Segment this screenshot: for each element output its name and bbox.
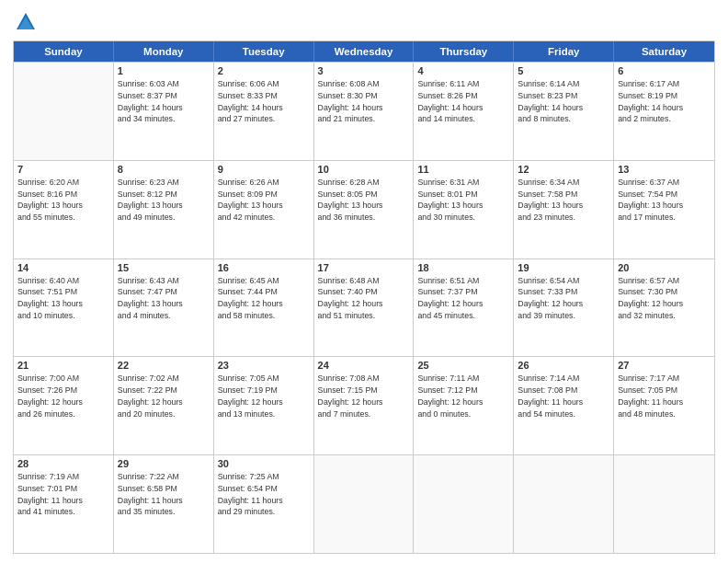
day-info: Sunrise: 6:08 AMSunset: 8:30 PMDaylight:…	[318, 78, 410, 125]
weekday-header-saturday: Saturday	[614, 41, 714, 62]
day-number: 30	[218, 458, 310, 469]
day-info: Sunrise: 7:08 AMSunset: 7:15 PMDaylight:…	[318, 373, 410, 419]
day-cell-empty	[614, 455, 714, 553]
day-info: Sunrise: 6:03 AMSunset: 8:37 PMDaylight:…	[118, 78, 210, 125]
day-cell-18: 18Sunrise: 6:51 AMSunset: 7:37 PMDayligh…	[414, 259, 514, 357]
day-number: 20	[618, 262, 711, 273]
weekday-header-thursday: Thursday	[414, 41, 514, 62]
day-number: 29	[118, 458, 210, 469]
day-info: Sunrise: 7:22 AMSunset: 6:58 PMDaylight:…	[118, 471, 210, 518]
day-cell-9: 9Sunrise: 6:26 AMSunset: 8:09 PMDaylight…	[214, 161, 314, 259]
day-cell-16: 16Sunrise: 6:45 AMSunset: 7:44 PMDayligh…	[214, 259, 314, 357]
logo-icon	[13, 9, 39, 35]
day-info: Sunrise: 6:11 AMSunset: 8:26 PMDaylight:…	[417, 78, 509, 125]
day-cell-21: 21Sunrise: 7:00 AMSunset: 7:26 PMDayligh…	[14, 357, 114, 454]
day-cell-12: 12Sunrise: 6:34 AMSunset: 7:58 PMDayligh…	[514, 161, 614, 259]
day-cell-15: 15Sunrise: 6:43 AMSunset: 7:47 PMDayligh…	[114, 259, 214, 357]
day-info: Sunrise: 6:28 AMSunset: 8:05 PMDaylight:…	[318, 177, 410, 224]
day-number: 2	[218, 65, 310, 76]
day-cell-19: 19Sunrise: 6:54 AMSunset: 7:33 PMDayligh…	[514, 259, 614, 357]
day-cell-23: 23Sunrise: 7:05 AMSunset: 7:19 PMDayligh…	[214, 357, 314, 454]
day-number: 26	[518, 360, 609, 371]
day-number: 28	[17, 458, 109, 469]
day-cell-5: 5Sunrise: 6:14 AMSunset: 8:23 PMDaylight…	[514, 63, 614, 160]
day-cell-22: 22Sunrise: 7:02 AMSunset: 7:22 PMDayligh…	[114, 357, 214, 454]
day-number: 8	[118, 164, 210, 175]
calendar-row-5: 28Sunrise: 7:19 AMSunset: 7:01 PMDayligh…	[14, 454, 714, 553]
day-number: 5	[518, 65, 609, 76]
day-number: 7	[17, 164, 109, 175]
day-number: 12	[518, 164, 609, 175]
day-info: Sunrise: 6:26 AMSunset: 8:09 PMDaylight:…	[218, 177, 310, 224]
day-cell-2: 2Sunrise: 6:06 AMSunset: 8:33 PMDaylight…	[214, 63, 314, 160]
day-number: 6	[618, 65, 711, 76]
day-cell-14: 14Sunrise: 6:40 AMSunset: 7:51 PMDayligh…	[14, 259, 114, 357]
day-cell-25: 25Sunrise: 7:11 AMSunset: 7:12 PMDayligh…	[414, 357, 514, 454]
calendar-row-4: 21Sunrise: 7:00 AMSunset: 7:26 PMDayligh…	[14, 356, 714, 454]
day-number: 25	[417, 360, 509, 371]
day-info: Sunrise: 7:00 AMSunset: 7:26 PMDaylight:…	[17, 373, 109, 419]
day-cell-11: 11Sunrise: 6:31 AMSunset: 8:01 PMDayligh…	[414, 161, 514, 259]
day-number: 10	[318, 164, 410, 175]
day-number: 19	[518, 262, 609, 273]
weekday-header-wednesday: Wednesday	[314, 41, 415, 62]
day-info: Sunrise: 6:14 AMSunset: 8:23 PMDaylight:…	[518, 78, 609, 125]
day-number: 22	[118, 360, 210, 371]
day-cell-10: 10Sunrise: 6:28 AMSunset: 8:05 PMDayligh…	[314, 161, 415, 259]
day-number: 18	[417, 262, 509, 273]
day-info: Sunrise: 6:40 AMSunset: 7:51 PMDaylight:…	[17, 275, 109, 322]
day-cell-7: 7Sunrise: 6:20 AMSunset: 8:16 PMDaylight…	[14, 161, 114, 259]
day-info: Sunrise: 6:31 AMSunset: 8:01 PMDaylight:…	[417, 177, 509, 224]
weekday-header-tuesday: Tuesday	[214, 41, 314, 62]
day-cell-empty	[414, 455, 514, 553]
day-info: Sunrise: 6:37 AMSunset: 7:54 PMDaylight:…	[618, 177, 711, 224]
day-cell-28: 28Sunrise: 7:19 AMSunset: 7:01 PMDayligh…	[14, 455, 114, 553]
weekday-header-monday: Monday	[114, 41, 214, 62]
day-cell-29: 29Sunrise: 7:22 AMSunset: 6:58 PMDayligh…	[114, 455, 214, 553]
day-number: 4	[417, 65, 509, 76]
day-info: Sunrise: 7:19 AMSunset: 7:01 PMDaylight:…	[17, 471, 109, 518]
day-cell-26: 26Sunrise: 7:14 AMSunset: 7:08 PMDayligh…	[514, 357, 614, 454]
day-info: Sunrise: 7:11 AMSunset: 7:12 PMDaylight:…	[417, 373, 509, 419]
calendar-row-1: 1Sunrise: 6:03 AMSunset: 8:37 PMDaylight…	[14, 62, 714, 160]
day-number: 24	[318, 360, 410, 371]
weekday-header-friday: Friday	[514, 41, 614, 62]
day-info: Sunrise: 6:45 AMSunset: 7:44 PMDaylight:…	[218, 275, 310, 322]
day-cell-24: 24Sunrise: 7:08 AMSunset: 7:15 PMDayligh…	[314, 357, 415, 454]
day-number: 23	[218, 360, 310, 371]
day-number: 14	[17, 262, 109, 273]
day-cell-empty	[314, 455, 415, 553]
day-number: 17	[318, 262, 410, 273]
day-info: Sunrise: 6:20 AMSunset: 8:16 PMDaylight:…	[17, 177, 109, 224]
day-cell-empty	[14, 63, 114, 160]
day-info: Sunrise: 7:17 AMSunset: 7:05 PMDaylight:…	[618, 373, 711, 419]
day-info: Sunrise: 7:14 AMSunset: 7:08 PMDaylight:…	[518, 373, 609, 419]
day-info: Sunrise: 7:25 AMSunset: 6:54 PMDaylight:…	[218, 471, 310, 518]
day-cell-30: 30Sunrise: 7:25 AMSunset: 6:54 PMDayligh…	[214, 455, 314, 553]
page: SundayMondayTuesdayWednesdayThursdayFrid…	[0, 0, 728, 563]
day-cell-13: 13Sunrise: 6:37 AMSunset: 7:54 PMDayligh…	[614, 161, 714, 259]
day-info: Sunrise: 6:48 AMSunset: 7:40 PMDaylight:…	[318, 275, 410, 322]
day-cell-20: 20Sunrise: 6:57 AMSunset: 7:30 PMDayligh…	[614, 259, 714, 357]
day-info: Sunrise: 7:05 AMSunset: 7:19 PMDaylight:…	[218, 373, 310, 419]
day-info: Sunrise: 6:54 AMSunset: 7:33 PMDaylight:…	[518, 275, 609, 322]
day-number: 21	[17, 360, 109, 371]
day-info: Sunrise: 6:43 AMSunset: 7:47 PMDaylight:…	[118, 275, 210, 322]
logo	[13, 9, 42, 35]
day-cell-3: 3Sunrise: 6:08 AMSunset: 8:30 PMDaylight…	[314, 63, 415, 160]
day-info: Sunrise: 6:34 AMSunset: 7:58 PMDaylight:…	[518, 177, 609, 224]
day-number: 15	[118, 262, 210, 273]
day-info: Sunrise: 6:06 AMSunset: 8:33 PMDaylight:…	[218, 78, 310, 125]
day-info: Sunrise: 6:57 AMSunset: 7:30 PMDaylight:…	[618, 275, 711, 322]
header	[13, 9, 715, 35]
day-cell-6: 6Sunrise: 6:17 AMSunset: 8:19 PMDaylight…	[614, 63, 714, 160]
day-cell-27: 27Sunrise: 7:17 AMSunset: 7:05 PMDayligh…	[614, 357, 714, 454]
calendar-row-2: 7Sunrise: 6:20 AMSunset: 8:16 PMDaylight…	[14, 160, 714, 259]
day-info: Sunrise: 6:23 AMSunset: 8:12 PMDaylight:…	[118, 177, 210, 224]
calendar-header-row: SundayMondayTuesdayWednesdayThursdayFrid…	[14, 41, 714, 62]
calendar-body: 1Sunrise: 6:03 AMSunset: 8:37 PMDaylight…	[14, 62, 714, 553]
day-number: 3	[318, 65, 410, 76]
calendar: SundayMondayTuesdayWednesdayThursdayFrid…	[13, 40, 715, 554]
calendar-row-3: 14Sunrise: 6:40 AMSunset: 7:51 PMDayligh…	[14, 259, 714, 357]
day-info: Sunrise: 7:02 AMSunset: 7:22 PMDaylight:…	[118, 373, 210, 419]
